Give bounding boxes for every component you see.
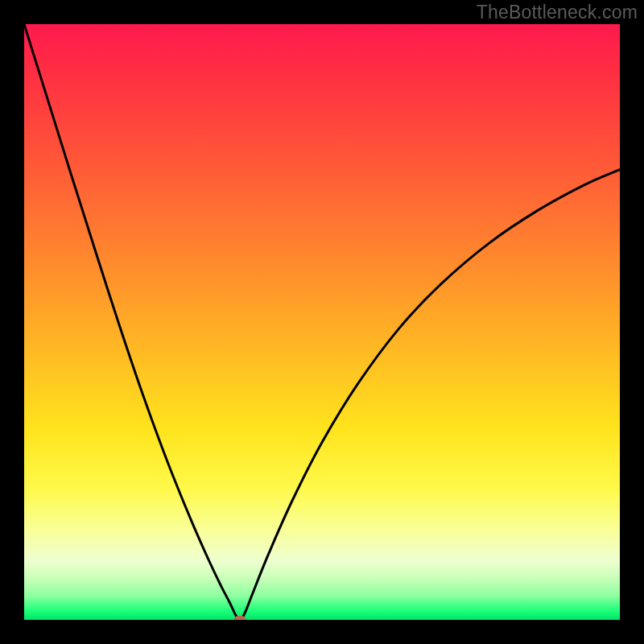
curve-svg — [24, 24, 620, 620]
plot-area — [24, 24, 620, 620]
chart-frame: TheBottleneck.com — [0, 0, 644, 644]
curve-path — [24, 24, 620, 620]
watermark-text: TheBottleneck.com — [477, 2, 638, 23]
bottleneck-marker — [233, 616, 246, 620]
